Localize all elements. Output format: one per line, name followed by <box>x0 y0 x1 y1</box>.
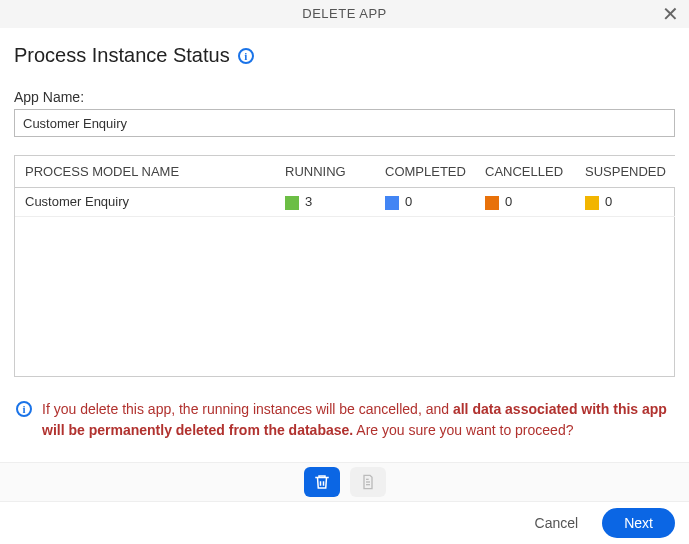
cell-cancelled-value: 0 <box>505 194 512 209</box>
col-header-suspended: SUSPENDED <box>575 156 675 188</box>
app-name-input[interactable] <box>14 109 675 137</box>
col-header-running: RUNNING <box>275 156 375 188</box>
cell-suspended: 0 <box>575 188 675 217</box>
status-swatch-suspended <box>585 196 599 210</box>
info-icon[interactable] <box>238 48 254 64</box>
table-header-row: PROCESS MODEL NAME RUNNING COMPLETED CAN… <box>15 156 675 188</box>
cell-completed: 0 <box>375 188 475 217</box>
process-table: PROCESS MODEL NAME RUNNING COMPLETED CAN… <box>15 156 675 217</box>
app-name-label: App Name: <box>14 89 675 105</box>
wizard-step-bar <box>0 462 689 502</box>
cell-cancelled: 0 <box>475 188 575 217</box>
dialog-footer: Cancel Next <box>0 502 689 544</box>
cell-running: 3 <box>275 188 375 217</box>
step-summary-icon <box>350 467 386 497</box>
cell-running-value: 3 <box>305 194 312 209</box>
table-row: Customer Enquiry 3 0 0 0 <box>15 188 675 217</box>
cell-name: Customer Enquiry <box>15 188 275 217</box>
col-header-name: PROCESS MODEL NAME <box>15 156 275 188</box>
status-swatch-completed <box>385 196 399 210</box>
warning-message: If you delete this app, the running inst… <box>14 399 675 441</box>
process-table-container: PROCESS MODEL NAME RUNNING COMPLETED CAN… <box>14 155 675 377</box>
dialog-header: DELETE APP ✕ <box>0 0 689 28</box>
warning-text: If you delete this app, the running inst… <box>42 399 673 441</box>
col-header-cancelled: CANCELLED <box>475 156 575 188</box>
dialog-title: DELETE APP <box>302 6 386 21</box>
warning-pre: If you delete this app, the running inst… <box>42 401 453 417</box>
trash-icon <box>313 473 331 491</box>
status-swatch-running <box>285 196 299 210</box>
status-swatch-cancelled <box>485 196 499 210</box>
info-icon <box>16 401 32 417</box>
warning-post: Are you sure you want to proceed? <box>353 422 573 438</box>
section-title: Process Instance Status <box>14 44 230 67</box>
cell-suspended-value: 0 <box>605 194 612 209</box>
cancel-button[interactable]: Cancel <box>527 509 587 537</box>
section-title-row: Process Instance Status <box>14 44 675 67</box>
dialog-body: Process Instance Status App Name: PROCES… <box>0 28 689 441</box>
close-icon[interactable]: ✕ <box>657 0 685 28</box>
next-button[interactable]: Next <box>602 508 675 538</box>
col-header-completed: COMPLETED <box>375 156 475 188</box>
cell-completed-value: 0 <box>405 194 412 209</box>
document-icon <box>360 473 376 491</box>
step-delete-icon[interactable] <box>304 467 340 497</box>
